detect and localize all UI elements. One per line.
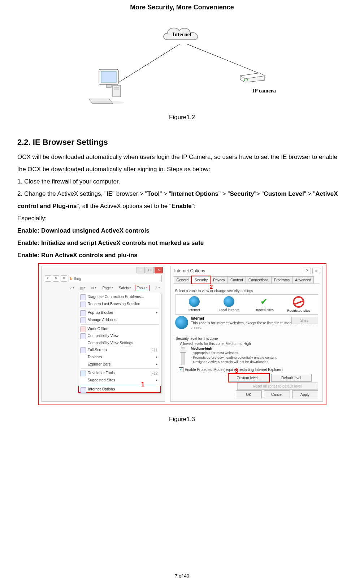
svg-rect-2: [106, 85, 111, 87]
slider-thumb[interactable]: [180, 349, 186, 353]
minimize-button[interactable]: –: [136, 267, 145, 273]
home-icon[interactable]: ⌂ ▾: [68, 285, 76, 291]
security-level-label: Security level for this zone: [176, 336, 218, 341]
step-1: 1. Close the firewall of your computer.: [17, 176, 347, 188]
globe-icon: [175, 316, 188, 329]
mail-icon[interactable]: ✉ ▾: [90, 285, 98, 291]
figure-1-3-screenshot: – ▢ ✕ ▾ ↻ ✕ bBing ⌂ ▾ ▤ ▾ ✉ ▾ Page ▾ Saf…: [38, 263, 326, 405]
apply-button[interactable]: Apply: [292, 390, 318, 398]
maximize-button[interactable]: ▢: [146, 267, 154, 273]
stop-icon[interactable]: ✕: [61, 275, 67, 282]
zone-trusted[interactable]: ✔Trusted sites: [250, 296, 278, 313]
tab-connections[interactable]: Connections: [246, 276, 272, 284]
tab-general[interactable]: General: [174, 276, 192, 284]
step-2: 2. Change the ActiveX settings, "IE" bro…: [17, 188, 347, 212]
zone-hint: Select a zone to view or change security…: [175, 289, 254, 293]
gear-icon: [81, 387, 86, 393]
svg-point-8: [247, 79, 248, 81]
especially-label: Especially:: [17, 212, 347, 225]
sites-button[interactable]: Sites: [291, 317, 317, 324]
ie-window: – ▢ ✕ ▾ ↻ ✕ bBing ⌂ ▾ ▤ ▾ ✉ ▾ Page ▾ Saf…: [42, 266, 165, 402]
menu-internet-options[interactable]: Internet Options: [78, 386, 161, 393]
protected-mode-label: Enable Protected Mode (requires restarti…: [185, 367, 283, 372]
zone-internet[interactable]: Internet: [180, 296, 209, 313]
ip-camera-icon: [238, 68, 267, 82]
close-button[interactable]: ✕: [155, 267, 163, 273]
tools-menu[interactable]: Tools ▾: [135, 285, 149, 291]
page-number: 7 of 40: [0, 571, 364, 581]
menu-diagnose[interactable]: Diagnose Connection Problems...: [78, 293, 161, 301]
dialog-title: Internet Options: [174, 268, 205, 274]
search-box[interactable]: bBing: [69, 275, 162, 282]
figure-1-2-diagram: Internet IP camera: [84, 25, 280, 104]
security-slider[interactable]: [181, 347, 185, 365]
menu-fullscreen[interactable]: Full ScreenF11: [78, 346, 161, 354]
cloud-icon: Internet: [160, 25, 204, 44]
compat-icon: [80, 333, 86, 339]
menu-reopen[interactable]: Reopen Last Browsing Session: [78, 301, 161, 308]
security-level-range: Allowed levels for this zone: Medium to …: [180, 341, 251, 346]
help-icon[interactable]: ?: [303, 268, 311, 274]
menu-compat-settings[interactable]: Compatibility View Settings: [78, 340, 161, 347]
page-menu[interactable]: Page ▾: [100, 285, 114, 291]
address-bar-row: ▾ ↻ ✕ bBing: [45, 275, 162, 282]
tab-content[interactable]: Content: [228, 276, 246, 284]
globe-icon: [189, 296, 200, 307]
check-icon: ✔: [259, 296, 269, 307]
ip-camera-label: IP camera: [252, 85, 276, 96]
section-heading: 2.2. IE Browser Settings: [17, 134, 347, 150]
zone-restricted[interactable]: Restricted sites: [284, 296, 313, 313]
tab-advanced[interactable]: Advanced: [292, 276, 314, 284]
custom-level-button[interactable]: Custom level...: [229, 374, 269, 382]
ie-toolbar: ⌂ ▾ ▤ ▾ ✉ ▾ Page ▾ Safety ▾ Tools ▾ ❔▾: [45, 284, 162, 291]
dialog-tabs: General Security Privacy Content Connect…: [174, 276, 320, 284]
menu-toolbars[interactable]: Toolbars▸: [78, 354, 161, 361]
no-entry-icon: [293, 296, 304, 308]
zone-local-intranet[interactable]: Local intranet: [214, 296, 243, 313]
page-header: More Security, More Convenience: [17, 0, 347, 14]
popup-icon: [80, 310, 86, 316]
enable-line-3: Enable: Run ActiveX controls and plu-ins: [17, 249, 347, 261]
help-icon[interactable]: ❔▾: [152, 285, 162, 291]
checkbox-icon[interactable]: ✔: [179, 367, 183, 372]
menu-devtools[interactable]: Developer ToolsF12: [78, 369, 161, 377]
reset-zones-button[interactable]: Reset all zones to default level: [237, 382, 317, 390]
globe-icon: [224, 296, 234, 307]
safety-menu[interactable]: Safety ▾: [117, 285, 133, 291]
tools-dropdown: Diagnose Connection Problems... Reopen L…: [78, 293, 161, 393]
security-description: Medium-high - Appropriate for most websi…: [191, 346, 317, 364]
svg-rect-4: [114, 87, 119, 88]
menu-addons[interactable]: Manage Add-ons: [78, 316, 161, 324]
dropdown-icon[interactable]: ▾: [45, 275, 51, 282]
enable-line-1: Enable: Download unsigned ActiveX contro…: [17, 225, 347, 237]
zone-list: Internet Local intranet ✔Trusted sites R…: [175, 294, 318, 315]
tab-security[interactable]: Security: [192, 276, 211, 284]
window-controls: – ▢ ✕: [136, 267, 163, 273]
intro-paragraph: OCX will be downloaded automatically whe…: [17, 151, 347, 176]
svg-rect-1: [101, 72, 116, 82]
offline-icon: [80, 327, 86, 332]
computer-icon: [87, 68, 127, 104]
figure-1-3-caption: Figure1.3: [17, 413, 347, 425]
protected-mode-row[interactable]: ✔ Enable Protected Mode (requires restar…: [179, 367, 283, 372]
menu-offline[interactable]: Work Offline: [78, 325, 161, 333]
svg-rect-5: [114, 88, 119, 90]
refresh-icon[interactable]: ↻: [53, 275, 59, 282]
addons-icon: [80, 317, 86, 323]
tab-privacy[interactable]: Privacy: [210, 276, 228, 284]
tab-programs[interactable]: Programs: [271, 276, 292, 284]
feeds-icon[interactable]: ▤ ▾: [78, 285, 87, 291]
fullscreen-icon: [80, 347, 86, 353]
close-icon[interactable]: ✕: [312, 268, 320, 274]
menu-popup[interactable]: Pop-up Blocker▸: [78, 309, 161, 316]
menu-compat[interactable]: Compatibility View: [78, 332, 161, 340]
cancel-button[interactable]: Cancel: [264, 390, 290, 398]
menu-explorer-bars[interactable]: Explorer Bars▸: [78, 361, 161, 368]
default-level-button[interactable]: Default level: [271, 374, 312, 382]
reopen-icon: [80, 302, 86, 307]
figure-1-2-caption: Figure1.2: [17, 111, 347, 124]
internet-options-dialog: Internet Options ? ✕ General Security Pr…: [170, 266, 323, 402]
ok-button[interactable]: OK: [236, 390, 262, 398]
cloud-label: Internet: [160, 25, 204, 44]
menu-suggested[interactable]: Suggested Sites▸: [78, 377, 161, 384]
